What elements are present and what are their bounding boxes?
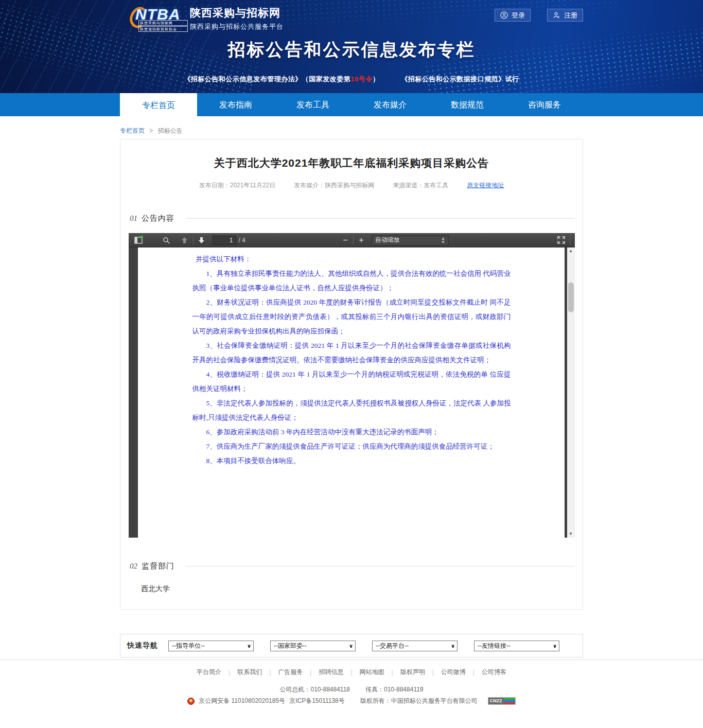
banner-sub-part1: 《招标公告和公示信息发布管理办法》（国家发改委第 — [184, 75, 350, 83]
select-caret-icon: ▲▼ — [441, 237, 445, 244]
footer-link-copyright-statement[interactable]: 版权声明 — [400, 668, 425, 677]
page-down-button[interactable] — [195, 234, 208, 246]
meta-source-channel: 来源渠道：发布工具 — [393, 181, 448, 190]
article-meta: 发布日期：2021年11月22日 发布媒介：陕西采购与招标网 来源渠道：发布工具… — [120, 181, 583, 190]
meta-publish-date: 发布日期：2021年11月22日 — [199, 181, 276, 190]
article-title: 关于西北大学2021年教职工年底福利采购项目采购公告 — [120, 156, 583, 170]
arrow-up-icon — [181, 237, 188, 244]
pdf-toolbar: / 4 − + 自动缩放 ▲▼ — [129, 233, 575, 247]
banner-sub-part3: 《招标公告和公示数据接口规范》试行 — [401, 75, 519, 83]
footer-link-sitemap[interactable]: 网站地图 — [360, 668, 384, 677]
scroll-down-arrow-icon[interactable]: ▼ — [567, 530, 575, 538]
banner-title: 招标公告和公示信息发布专栏 — [0, 38, 703, 62]
breadcrumb: 专栏首页 > 招标公告 — [120, 127, 583, 135]
banner-sub-part2: ） — [373, 75, 380, 83]
scrollbar-thumb[interactable] — [568, 282, 574, 312]
sidebar-toggle-button[interactable] — [132, 234, 145, 246]
footer-phone: 公司总机：010-88484118 — [279, 686, 350, 693]
footer-beian-police[interactable]: 京公网安备 11010802020185号 — [199, 697, 285, 705]
pdf-paragraph: 2、财务状况证明：供应商提供 2020 年度的财务审计报告（成立时间至提交投标文… — [192, 295, 511, 339]
pdf-paragraph: 5、非法定代表人参加投标的，须提供法定代表人委托授权书及被授权人身份证，法定代表… — [192, 396, 511, 425]
zoom-select-value: 自动缩放 — [375, 236, 400, 244]
pdf-page: 并提供以下材料： 1、具有独立承担民事责任能力的法人、其他组织或自然人，提供合法… — [138, 247, 565, 538]
logo-subtext-2: 陕西省招标投标协会 — [138, 26, 188, 32]
pdf-paragraph: 6、参加政府采购活动前 3 年内在经营活动中没有重大违法记录的书面声明； — [192, 425, 511, 439]
logo-subtext-1: 陕西采购与招标网 — [138, 20, 188, 26]
chevron-down-icon: ∨ — [247, 643, 251, 649]
section2-title: 监督部门 — [142, 561, 174, 571]
select-friend-links[interactable]: --友情链接-- ∨ — [474, 641, 559, 651]
section-header-notice-content: 01 公告内容 — [130, 214, 575, 223]
footer-copyright: 版权所有：中国招标公共服务平台有限公司 — [360, 697, 478, 705]
pdf-paragraph: 1、具有独立承担民事责任能力的法人、其他组织或自然人，提供合法有效的统一社会信用… — [192, 267, 511, 295]
select-trade-platform-value: --交易平台-- — [376, 642, 409, 650]
chevron-down-icon: ∨ — [349, 643, 353, 649]
pdf-paragraph: 4、税收缴纳证明：提供 2021 年 1 月以来至少一个月的纳税证明或完税证明，… — [192, 367, 511, 396]
scroll-up-arrow-icon[interactable]: ▲ — [567, 247, 575, 255]
select-state-ministry[interactable]: --国家部委-- ∨ — [270, 641, 356, 651]
tab-publish-guide[interactable]: 发布指南 — [197, 93, 274, 116]
footer-beian-icp[interactable]: 京ICP备15011138号 — [289, 697, 345, 705]
user-add-icon — [553, 11, 560, 19]
main-nav: 专栏首页 发布指南 发布工具 发布媒介 数据规范 咨询服务 — [0, 93, 703, 116]
search-icon — [163, 237, 170, 244]
logo-mark-icon: NTBA 陕西采购与招标网 陕西省招标投标协会 — [131, 6, 185, 30]
notification-dot — [140, 236, 143, 239]
zoom-select[interactable]: 自动缩放 ▲▼ — [372, 235, 449, 245]
site-name: 陕西采购与招标网 — [190, 6, 284, 20]
footer-link-recruit[interactable]: 招聘信息 — [319, 668, 343, 677]
tab-publish-media[interactable]: 发布媒介 — [351, 93, 429, 116]
select-guide-unit-value: --指导单位-- — [172, 642, 205, 650]
footer-link-ad-service[interactable]: 广告服务 — [278, 668, 303, 677]
footer-links: 平台简介| 联系我们| 广告服务| 招聘信息| 网站地图| 版权声明| 公司微博… — [0, 668, 703, 677]
pdf-paragraph: 3、社会保障资金缴纳证明：提供 2021 年 1 月以来至少一个月的社会保障资金… — [192, 339, 511, 367]
section-header-supervisor: 02 监督部门 — [130, 561, 575, 571]
pdf-scrollbar[interactable]: ▲ ▼ — [567, 247, 575, 538]
select-trade-platform[interactable]: --交易平台-- ∨ — [372, 641, 458, 651]
chevron-down-icon: ∨ — [451, 643, 455, 649]
article-container: 关于西北大学2021年教职工年底福利采购项目采购公告 发布日期：2021年11月… — [120, 139, 583, 610]
tab-data-standard[interactable]: 数据规范 — [429, 93, 506, 116]
origin-link[interactable]: 原文链接地址 — [467, 181, 504, 190]
select-friend-links-value: --友情链接-- — [478, 642, 511, 650]
footer-link-platform-intro[interactable]: 平台简介 — [197, 668, 221, 677]
arrow-down-icon — [198, 237, 205, 244]
page-up-button[interactable] — [178, 234, 191, 246]
pdf-paragraph: 8、本项目不接受联合体响应。 — [192, 454, 511, 468]
footer-link-contact-us[interactable]: 联系我们 — [237, 668, 262, 677]
section2-rule — [186, 566, 575, 566]
section1-title: 公告内容 — [142, 214, 174, 223]
breadcrumb-current: 招标公告 — [158, 127, 183, 134]
tab-consult-service[interactable]: 咨询服务 — [506, 93, 583, 116]
cnzz-stats-badge[interactable]: CNZZ — [488, 697, 516, 705]
register-button[interactable]: 注册 — [547, 9, 583, 22]
zoom-in-button[interactable]: + — [355, 236, 367, 245]
zoom-out-button[interactable]: − — [339, 236, 351, 245]
user-circle-icon — [500, 11, 508, 19]
site-logo[interactable]: NTBA 陕西采购与招标网 陕西省招标投标协会 陕西采购与招标网 陕西采购与招标… — [131, 5, 284, 31]
banner-subtitle: 《招标公告和公示信息发布管理办法》（国家发改委第10号令）《招标公告和公示数据接… — [0, 75, 703, 84]
pdf-paragraph: 并提供以下材料： — [192, 252, 511, 267]
select-guide-unit[interactable]: --指导单位-- ∨ — [168, 641, 254, 651]
presentation-mode-button[interactable] — [555, 234, 568, 246]
pdf-paragraph: 7、供应商为生产厂家的须提供食品生产许可证证；供应商为代理商的须提供食品经营许可… — [192, 439, 511, 454]
pdf-search-button[interactable] — [160, 234, 173, 246]
site-header: NTBA 陕西采购与招标网 陕西省招标投标协会 陕西采购与招标网 陕西采购与招标… — [0, 0, 703, 93]
footer-link-weibo[interactable]: 公司微博 — [441, 668, 466, 677]
footer-fax: 传真：010-88484119 — [365, 686, 424, 693]
tab-column-home[interactable]: 专栏首页 — [120, 93, 197, 120]
page-number-input[interactable] — [213, 236, 236, 245]
section1-number: 01 — [130, 214, 137, 223]
login-button[interactable]: 登录 — [495, 9, 531, 22]
page-total: / 4 — [239, 237, 245, 244]
tab-publish-tool[interactable]: 发布工具 — [274, 93, 351, 116]
quick-nav: 快速导航 --指导单位-- ∨ --国家部委-- ∨ --交易平台-- ∨ --… — [120, 634, 583, 658]
section2-number: 02 — [130, 562, 137, 571]
footer-legal: 京公网安备 11010802020185号 京ICP备15011138号 版权所… — [0, 697, 703, 705]
breadcrumb-home-link[interactable]: 专栏首页 — [120, 127, 145, 134]
fullscreen-icon — [557, 236, 565, 244]
footer-link-blog[interactable]: 公司博客 — [482, 668, 506, 677]
meta-publish-media: 发布媒介：陕西采购与招标网 — [294, 181, 374, 190]
breadcrumb-separator: > — [149, 127, 153, 134]
login-label: 登录 — [512, 11, 525, 20]
